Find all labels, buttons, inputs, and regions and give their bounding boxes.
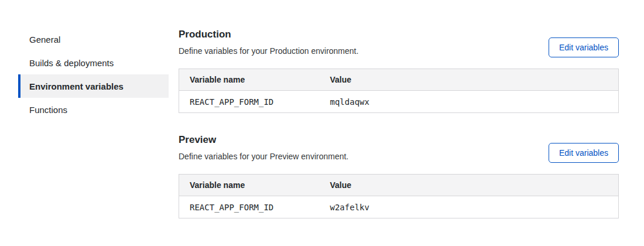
production-section: Production Define variables for your Pro… <box>179 29 619 113</box>
sidebar-item-environment-variables[interactable]: Environment variables <box>18 74 169 98</box>
sidebar-item-general[interactable]: General <box>18 28 169 51</box>
sidebar-item-functions[interactable]: Functions <box>18 98 169 121</box>
table-header-row: Variable name Value <box>179 175 619 196</box>
settings-page: General Builds & deployments Environment… <box>0 0 644 218</box>
preview-variables-table: Variable name Value REACT_APP_FORM_ID w2… <box>179 174 619 218</box>
variable-value-cell: mqldaqwx <box>320 91 619 113</box>
table-row: REACT_APP_FORM_ID mqldaqwx <box>179 91 619 113</box>
preview-description: Define variables for your Preview enviro… <box>179 152 348 162</box>
production-edit-variables-button[interactable]: Edit variables <box>549 37 619 57</box>
production-heading-block: Production Define variables for your Pro… <box>179 29 358 56</box>
production-section-header: Production Define variables for your Pro… <box>179 29 619 57</box>
variable-value-cell: w2afelkv <box>320 196 619 218</box>
variable-name-column-header: Variable name <box>179 69 320 91</box>
preview-edit-variables-button[interactable]: Edit variables <box>549 143 619 163</box>
environment-variables-panel: Production Define variables for your Pro… <box>179 29 619 218</box>
production-title: Production <box>179 29 358 39</box>
preview-section: Preview Define variables for your Previe… <box>179 135 619 218</box>
production-description: Define variables for your Production env… <box>179 46 358 56</box>
settings-sidebar: General Builds & deployments Environment… <box>18 28 169 121</box>
table-header-row: Variable name Value <box>179 69 619 91</box>
variable-name-cell: REACT_APP_FORM_ID <box>179 196 320 218</box>
preview-section-header: Preview Define variables for your Previe… <box>179 135 619 163</box>
variable-name-column-header: Variable name <box>179 175 320 196</box>
sidebar-item-builds-deployments[interactable]: Builds & deployments <box>18 51 169 74</box>
value-column-header: Value <box>320 175 619 196</box>
variable-name-cell: REACT_APP_FORM_ID <box>179 91 320 113</box>
preview-heading-block: Preview Define variables for your Previe… <box>179 135 348 162</box>
table-row: REACT_APP_FORM_ID w2afelkv <box>179 196 619 218</box>
production-variables-table: Variable name Value REACT_APP_FORM_ID mq… <box>179 69 619 113</box>
value-column-header: Value <box>320 69 619 91</box>
preview-title: Preview <box>179 135 348 145</box>
